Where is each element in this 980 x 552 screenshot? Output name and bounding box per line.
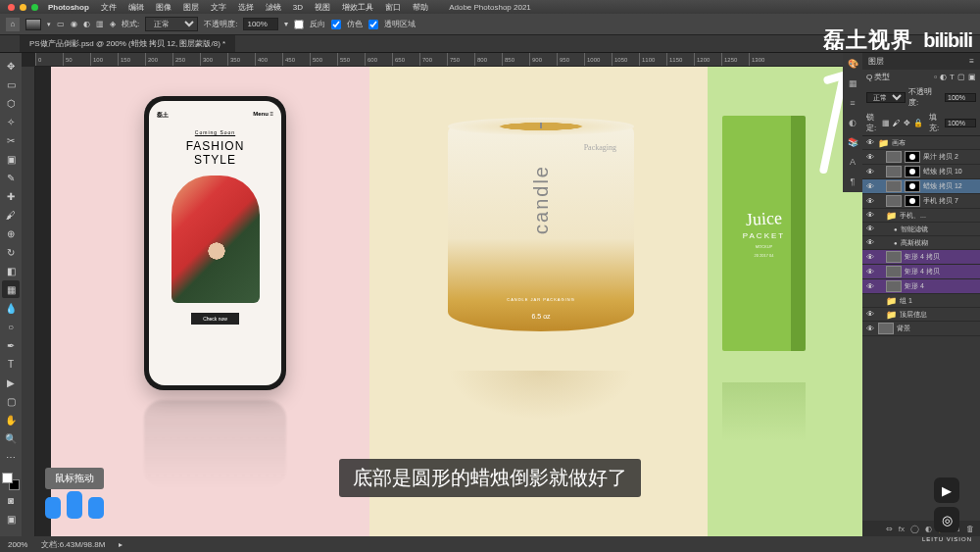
doc-info[interactable]: 文档:6.43M/98.8M <box>41 539 105 550</box>
layer-name[interactable]: 高斯模糊 <box>901 238 978 248</box>
edit-toolbar[interactable]: ⋯ <box>2 448 20 466</box>
character-panel-icon[interactable]: A <box>846 155 859 169</box>
view-menu[interactable]: 视图 <box>315 2 330 13</box>
paragraph-panel-icon[interactable]: ¶ <box>846 175 859 188</box>
layer-row[interactable]: 👁📁画布 <box>862 136 980 150</box>
layer-row[interactable]: 👁矩形 4 拷贝 <box>862 250 980 265</box>
window-controls[interactable] <box>8 4 38 11</box>
layer-menu[interactable]: 图层 <box>183 2 199 13</box>
home-icon[interactable]: ⌂ <box>6 18 20 31</box>
blend-mode-select[interactable]: 正常 <box>145 17 198 31</box>
filter-smart-icon[interactable]: ▣ <box>968 73 976 81</box>
layer-thumbnail[interactable] <box>886 280 902 292</box>
gradient-type-angle[interactable]: ◐ <box>83 20 90 28</box>
link-layers-icon[interactable]: ⇔ <box>886 525 893 533</box>
color-swatches[interactable] <box>2 473 20 490</box>
adjustments-panel-icon[interactable]: ◐ <box>846 116 859 129</box>
libraries-panel-icon[interactable]: 📚 <box>846 135 859 149</box>
quickmask-toggle[interactable]: ◙ <box>2 491 20 509</box>
image-menu[interactable]: 图像 <box>156 2 172 13</box>
visibility-toggle[interactable]: 👁 <box>864 152 875 163</box>
layer-name[interactable]: 果汁 拷贝 2 <box>923 152 978 162</box>
layer-row[interactable]: 📁组 1 <box>862 294 980 308</box>
gradient-type-diamond[interactable]: ◈ <box>110 20 116 28</box>
filter-adjust-icon[interactable]: ◐ <box>940 73 947 81</box>
visibility-toggle[interactable]: 👁 <box>864 252 875 263</box>
3d-menu[interactable]: 3D <box>293 3 303 12</box>
layer-thumbnail[interactable] <box>886 180 902 192</box>
swatches-panel-icon[interactable]: ▦ <box>846 76 859 90</box>
layer-name[interactable]: 蜡烛 拷贝 10 <box>923 167 978 176</box>
hand-tool[interactable]: ✋ <box>2 411 20 428</box>
fx-icon[interactable]: fx <box>899 525 905 533</box>
stamp-tool[interactable]: ⊕ <box>2 225 20 242</box>
layer-thumbnail[interactable] <box>886 151 902 163</box>
mask-icon[interactable]: ◯ <box>910 525 919 533</box>
select-menu[interactable]: 选择 <box>238 2 254 13</box>
layer-name[interactable]: 手机 拷贝 7 <box>923 196 978 206</box>
layer-row[interactable]: 👁果汁 拷贝 2 <box>862 150 980 165</box>
layer-row[interactable]: 👁●智能滤镜 <box>862 223 980 236</box>
mask-thumbnail[interactable] <box>905 195 920 207</box>
properties-panel-icon[interactable]: ≡ <box>846 96 859 110</box>
mask-thumbnail[interactable] <box>905 151 920 163</box>
lock-all-icon[interactable]: 🔒 <box>913 119 923 127</box>
crop-tool[interactable]: ✂ <box>2 131 20 149</box>
lock-paint-icon[interactable]: 🖌 <box>893 119 901 127</box>
layer-thumbnail[interactable] <box>878 323 894 334</box>
foreground-color-swatch[interactable] <box>2 473 13 483</box>
layers-panel-tab[interactable]: 图层 <box>868 56 884 67</box>
layer-opacity-input[interactable] <box>945 93 976 102</box>
help-menu[interactable]: 帮助 <box>413 2 428 13</box>
visibility-toggle[interactable]: 👁 <box>864 309 875 320</box>
filter-image-icon[interactable]: ▫ <box>934 73 937 81</box>
gradient-type-reflected[interactable]: ▥ <box>96 20 104 28</box>
screenmode-toggle[interactable]: ▣ <box>2 510 20 527</box>
layer-name[interactable]: 背景 <box>897 324 978 333</box>
mask-thumbnail[interactable] <box>905 166 920 177</box>
reverse-checkbox[interactable] <box>294 20 304 29</box>
panel-menu-icon[interactable]: ≡ <box>969 57 974 66</box>
visibility-toggle[interactable]: 👁 <box>864 210 875 221</box>
layer-name[interactable]: 手机、... <box>900 211 978 221</box>
opacity-input[interactable] <box>243 18 278 30</box>
marquee-tool[interactable]: ▭ <box>2 75 20 93</box>
zoom-tool[interactable]: 🔍 <box>2 429 20 447</box>
frame-tool[interactable]: ▣ <box>2 150 20 168</box>
document-tab[interactable]: PS做产品倒影.psd @ 200% (蜡烛 拷贝 12, 图层蒙版/8) * <box>20 35 235 52</box>
heal-tool[interactable]: ✚ <box>2 187 20 205</box>
gradient-type-radial[interactable]: ◉ <box>71 20 77 28</box>
wand-tool[interactable]: ✧ <box>2 113 20 130</box>
transparency-checkbox[interactable] <box>368 20 378 29</box>
zoom-level[interactable]: 200% <box>8 540 27 549</box>
brush-tool[interactable]: 🖌 <box>2 206 20 224</box>
layer-row[interactable]: 👁矩形 4 拷贝 <box>862 265 980 279</box>
layer-name[interactable]: 蜡烛 拷贝 12 <box>923 181 978 191</box>
vertical-ruler[interactable] <box>22 67 35 536</box>
layer-thumbnail[interactable] <box>886 166 902 177</box>
minimize-window-icon[interactable] <box>20 4 26 11</box>
type-tool[interactable]: T <box>2 355 20 373</box>
close-window-icon[interactable] <box>8 4 15 11</box>
plugins-menu[interactable]: 增效工具 <box>342 2 373 13</box>
layer-blend-select[interactable]: 正常 <box>866 92 906 103</box>
file-menu[interactable]: 文件 <box>101 2 117 13</box>
mask-thumbnail[interactable] <box>905 180 920 192</box>
gradient-type-linear[interactable]: ▭ <box>57 20 65 28</box>
filter-menu[interactable]: 滤镜 <box>266 2 281 13</box>
lock-trans-icon[interactable]: ▦ <box>882 119 890 127</box>
layer-row[interactable]: 👁●高斯模糊 <box>862 236 980 250</box>
dodge-tool[interactable]: ○ <box>2 318 20 335</box>
layer-name[interactable]: 矩形 4 拷贝 <box>905 252 978 262</box>
visibility-toggle[interactable]: 👁 <box>864 196 875 207</box>
filter-type-icon[interactable]: T <box>950 73 955 81</box>
edit-menu[interactable]: 编辑 <box>128 2 144 13</box>
visibility-toggle[interactable]: 👁 <box>864 137 875 148</box>
fill-input[interactable] <box>945 119 976 127</box>
layer-row[interactable]: 👁📁手机、... <box>862 209 980 223</box>
filter-shape-icon[interactable]: ▢ <box>957 73 965 81</box>
maximize-window-icon[interactable] <box>31 4 38 11</box>
visibility-toggle[interactable]: 👁 <box>864 181 875 192</box>
layer-thumbnail[interactable] <box>886 266 902 277</box>
dither-checkbox[interactable] <box>331 20 341 29</box>
